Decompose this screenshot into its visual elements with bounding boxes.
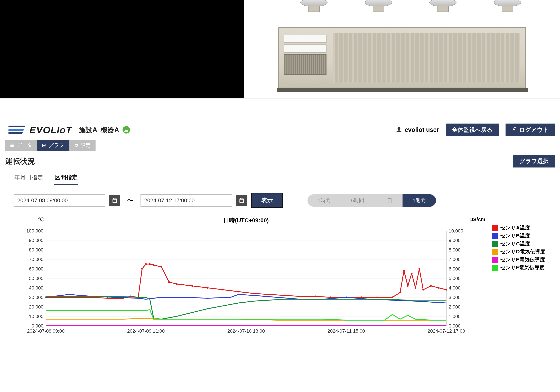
svg-point-70 <box>361 296 362 298</box>
svg-point-76 <box>411 273 412 274</box>
svg-text:0.000: 0.000 <box>31 323 43 329</box>
svg-text:2024-07-11 15:00: 2024-07-11 15:00 <box>327 328 365 334</box>
chart-legend: センサA温度 センサB温度 センサC温度 センサD電気伝導度 センサE電気伝導度… <box>487 217 555 338</box>
date-mode-tabs: 年月日指定 区間指定 <box>14 172 555 185</box>
svg-text:30.000: 30.000 <box>29 295 43 300</box>
svg-point-74 <box>403 270 405 271</box>
quick-range-1d[interactable]: 1日 <box>374 194 402 207</box>
chart-area: 日時(UTC+09:00) ℃ µS/cm 0.00010.00020.0003… <box>5 217 555 338</box>
svg-text:50.000: 50.000 <box>29 276 43 281</box>
from-calendar-button[interactable] <box>109 195 120 206</box>
logo-text: EVOLIoT <box>30 124 72 135</box>
legend-item[interactable]: センサB温度 <box>492 232 555 239</box>
to-calendar-button[interactable] <box>236 195 247 206</box>
svg-text:10.000: 10.000 <box>29 314 43 319</box>
left-axis-unit: ℃ <box>38 217 44 222</box>
svg-point-53 <box>145 263 147 265</box>
svg-point-68 <box>330 296 332 298</box>
svg-point-72 <box>391 296 393 298</box>
logout-button[interactable]: ログアウト <box>506 123 555 136</box>
svg-text:20.000: 20.000 <box>29 304 43 310</box>
subtab-data[interactable]: データ <box>5 140 37 151</box>
user-icon <box>396 126 402 133</box>
view-subtabs: データ グラフ 設定 <box>5 140 555 151</box>
svg-text:2024-07-10 13:00: 2024-07-10 13:00 <box>227 328 265 334</box>
chart-title: 日時(UTC+09:00) <box>5 217 487 224</box>
svg-text:2024-07-09 11:00: 2024-07-09 11:00 <box>127 328 165 334</box>
svg-text:70.000: 70.000 <box>29 257 43 262</box>
svg-point-62 <box>238 291 239 292</box>
logo-mark-icon <box>9 125 27 135</box>
subtab-graph[interactable]: グラフ <box>37 140 69 151</box>
user-name: evoliot user <box>405 126 439 133</box>
hero <box>0 0 560 98</box>
topbar: EVOLIoT 施設A 機器A evoliot user 全体監視へ戻る ログア… <box>5 122 555 139</box>
svg-point-56 <box>160 266 162 268</box>
device-illustration <box>278 10 526 88</box>
quick-range-6h[interactable]: 6時間 <box>341 194 374 207</box>
svg-point-66 <box>299 295 301 297</box>
quick-range-1w[interactable]: 1週間 <box>402 194 436 207</box>
svg-point-58 <box>176 283 178 285</box>
svg-text:0.000: 0.000 <box>449 323 460 329</box>
range-controls: 〜 表示 1時間 6時間 1日 1週間 <box>14 193 555 208</box>
chart-icon <box>42 143 47 148</box>
svg-point-48 <box>107 298 108 299</box>
quick-range-1h[interactable]: 1時間 <box>308 194 341 207</box>
logout-icon <box>512 127 517 133</box>
mode-tab-range[interactable]: 区間指定 <box>54 172 78 185</box>
mode-tab-ymd[interactable]: 年月日指定 <box>14 172 44 185</box>
svg-point-75 <box>407 285 409 287</box>
user-info: evoliot user <box>396 126 439 133</box>
svg-text:8.000: 8.000 <box>449 247 460 252</box>
svg-point-60 <box>207 287 208 289</box>
from-datetime-input[interactable] <box>14 194 105 207</box>
table-icon <box>10 143 15 148</box>
svg-text:5.000: 5.000 <box>449 276 460 281</box>
legend-item[interactable]: センサE電気伝導度 <box>492 256 555 263</box>
hero-black-panel <box>0 0 244 98</box>
svg-text:6.000: 6.000 <box>449 266 460 271</box>
right-axis-unit: µS/cm <box>470 217 485 222</box>
svg-point-82 <box>445 289 447 291</box>
svg-point-73 <box>399 292 401 293</box>
range-separator: 〜 <box>124 196 136 205</box>
subtab-settings[interactable]: 設定 <box>69 140 96 151</box>
breadcrumb-facility: 施設A <box>79 125 97 135</box>
to-datetime-input[interactable] <box>140 194 232 207</box>
calendar-icon <box>239 198 245 203</box>
breadcrumb: 施設A 機器A <box>79 125 130 135</box>
svg-text:7.000: 7.000 <box>449 257 460 262</box>
svg-point-59 <box>191 285 193 287</box>
fan-icon <box>299 0 329 12</box>
svg-text:10.000: 10.000 <box>449 228 463 233</box>
chart-plot: 0.00010.00020.00030.00040.00050.00060.00… <box>5 226 473 338</box>
svg-point-61 <box>222 289 224 291</box>
back-to-overview-button[interactable]: 全体監視へ戻る <box>446 123 499 136</box>
svg-text:1.000: 1.000 <box>449 314 460 319</box>
legend-item[interactable]: センサD電気伝導度 <box>492 248 555 255</box>
svg-point-78 <box>419 268 420 270</box>
svg-point-80 <box>430 285 432 287</box>
factory-icon <box>122 126 130 133</box>
fan-icon <box>363 0 394 12</box>
svg-point-65 <box>284 295 285 296</box>
quick-range-pills: 1時間 6時間 1日 1週間 <box>308 194 436 207</box>
legend-item[interactable]: センサC温度 <box>492 240 555 247</box>
svg-text:3.000: 3.000 <box>449 295 460 300</box>
gear-icon <box>74 143 79 148</box>
show-button[interactable]: 表示 <box>251 193 283 208</box>
svg-point-64 <box>268 294 270 295</box>
svg-point-79 <box>422 289 424 291</box>
legend-item[interactable]: センサA温度 <box>492 224 555 231</box>
svg-point-57 <box>168 281 170 283</box>
svg-text:90.000: 90.000 <box>29 238 43 243</box>
svg-point-54 <box>149 263 151 265</box>
svg-point-55 <box>153 264 154 266</box>
graph-select-button[interactable]: グラフ選択 <box>513 155 555 168</box>
svg-point-77 <box>415 287 416 289</box>
legend-item[interactable]: センサF電気伝導度 <box>492 264 555 271</box>
dashboard: EVOLIoT 施設A 機器A evoliot user 全体監視へ戻る ログア… <box>5 122 555 338</box>
svg-point-63 <box>253 293 255 294</box>
svg-text:40.000: 40.000 <box>29 285 43 291</box>
